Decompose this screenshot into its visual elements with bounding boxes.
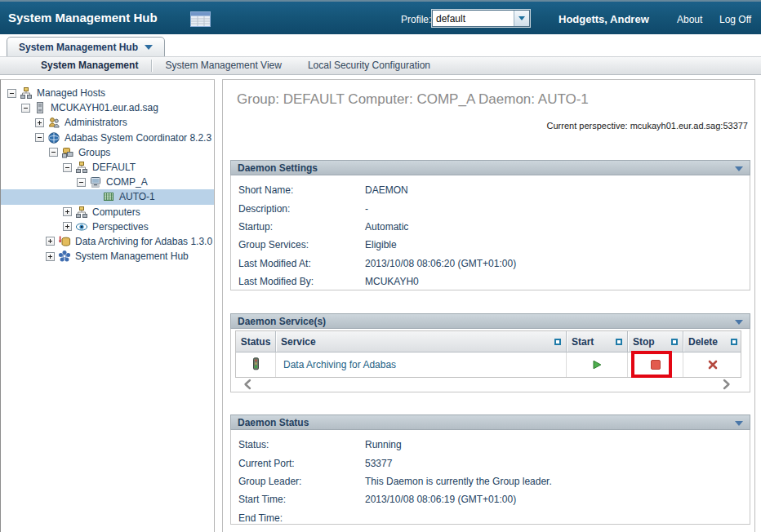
- field-value: This Daemon is currently the Group leade…: [365, 476, 552, 487]
- field-label: Description:: [238, 203, 365, 215]
- field-row: Last Modified By:MCUKAYH0: [231, 273, 750, 290]
- tab-system-management-view[interactable]: System Management View: [152, 57, 295, 74]
- collapse-section-icon[interactable]: [735, 421, 743, 426]
- collapse-toggle-icon[interactable]: [63, 163, 72, 172]
- tree-item-label: Administrators: [63, 117, 127, 128]
- tree-item-system-management-hub[interactable]: System Management Hub: [1, 249, 214, 264]
- tree-item-adabas-system-coordinator[interactable]: Adabas System Coordinator 8.2.3: [1, 131, 214, 145]
- tab-system-management[interactable]: System Management: [28, 57, 151, 74]
- archive-database-icon: [58, 235, 71, 248]
- tree-item-label: AUTO-1: [118, 191, 155, 202]
- groups-icon: [61, 146, 74, 159]
- tree-item-default-group[interactable]: DEFAULT: [1, 160, 214, 175]
- field-value: -: [365, 203, 368, 215]
- column-options-icon[interactable]: [671, 339, 678, 345]
- tab-local-security-configuration[interactable]: Local Security Configuration: [295, 57, 443, 74]
- service-status-cell: [236, 352, 275, 377]
- start-button[interactable]: [591, 359, 603, 370]
- field-value: MCUKAYH0: [365, 276, 419, 287]
- column-header-status[interactable]: Status: [236, 331, 275, 352]
- column-header-service[interactable]: Service: [275, 331, 566, 352]
- tree-item-label: DEFAULT: [91, 162, 136, 173]
- expand-toggle-icon[interactable]: [63, 222, 72, 231]
- profile-select-button[interactable]: [514, 11, 529, 26]
- field-row: Group Leader:This Daemon is currently th…: [231, 472, 750, 490]
- column-options-icon[interactable]: [731, 339, 737, 345]
- table-grid-icon: [190, 11, 211, 29]
- expand-toggle-icon[interactable]: [46, 252, 55, 261]
- expand-toggle-icon[interactable]: [35, 118, 44, 127]
- tree-item-managed-hosts[interactable]: Managed Hosts: [1, 86, 214, 100]
- tree-item-groups[interactable]: Groups: [1, 145, 214, 160]
- service-name-cell: Data Archiving for Adabas: [275, 352, 566, 377]
- field-row: Short Name:DAEMON: [231, 181, 750, 199]
- section-header: Daemon Service(s): [230, 313, 750, 329]
- about-link[interactable]: About: [677, 14, 702, 25]
- tree-item-label: Groups: [77, 147, 110, 158]
- field-value: DAEMON: [365, 184, 408, 196]
- app-dropdown-label: System Management Hub: [19, 42, 138, 53]
- network-icon: [75, 206, 88, 219]
- top-bar: System Management Hub Profile: default H…: [0, 0, 761, 34]
- expand-toggle-icon[interactable]: [63, 207, 72, 216]
- collapse-toggle-icon[interactable]: [77, 178, 86, 187]
- delete-button[interactable]: [707, 359, 719, 370]
- services-table-header: Status Service Start Stop Delete: [236, 331, 741, 352]
- section-body: Status Service Start Stop Delete Data Ar…: [230, 329, 750, 392]
- column-header-delete[interactable]: Delete: [683, 331, 742, 352]
- tree-item-label: Computers: [91, 206, 140, 218]
- column-options-icon[interactable]: [554, 339, 561, 345]
- table-pager: [235, 378, 750, 392]
- content-panel: Group: DEFAULT Computer: COMP_A Daemon: …: [222, 79, 755, 532]
- section-header: Daemon Status: [230, 415, 750, 430]
- page-title: Group: DEFAULT Computer: COMP_A Daemon: …: [237, 91, 589, 108]
- collapse-toggle-icon[interactable]: [21, 104, 30, 113]
- section-body: Status:Running Current Port:53377 Group …: [230, 430, 750, 525]
- scroll-right-icon[interactable]: [722, 379, 732, 392]
- collapse-toggle-icon[interactable]: [7, 89, 16, 98]
- section-title: Daemon Settings: [238, 162, 318, 174]
- logoff-link[interactable]: Log Off: [719, 14, 751, 25]
- tree-item-data-archiving[interactable]: Data Archiving for Adabas 1.3.0: [1, 234, 214, 249]
- scroll-left-icon[interactable]: [243, 379, 252, 392]
- field-value: 2013/10/08 08:06:20 (GMT+01:00): [365, 258, 516, 269]
- collapse-section-icon[interactable]: [735, 166, 743, 171]
- tree-item-auto-1-selected[interactable]: AUTO-1: [1, 189, 214, 204]
- server-icon: [33, 101, 47, 114]
- tree-item-comp-a[interactable]: COMP_A: [1, 175, 214, 189]
- tree-item-perspectives[interactable]: Perspectives: [1, 219, 214, 234]
- user-name: Hodgetts, Andrew: [559, 13, 649, 25]
- tree-item-label: Data Archiving for Adabas 1.3.0: [73, 236, 212, 247]
- field-value: Eligible: [365, 239, 397, 250]
- tree-item-label: Perspectives: [91, 221, 149, 233]
- profile-select[interactable]: default: [432, 10, 530, 27]
- collapse-toggle-icon[interactable]: [35, 133, 44, 142]
- section-body: Short Name:DAEMON Description:- Startup:…: [230, 175, 750, 290]
- tree-item-host[interactable]: MCUKAYH01.eur.ad.sag: [1, 100, 214, 115]
- tree-item-computers[interactable]: Computers: [1, 205, 214, 219]
- tree-item-label: MCUKAYH01.eur.ad.sag: [49, 102, 158, 113]
- tree-item-label: System Management Hub: [73, 250, 189, 262]
- collapse-section-icon[interactable]: [735, 320, 743, 325]
- field-label: Short Name:: [238, 184, 365, 196]
- annotation-highlight-stop: [631, 351, 672, 378]
- field-row: Description:-: [231, 199, 750, 217]
- column-options-icon[interactable]: [616, 339, 622, 345]
- chevron-down-icon: [145, 45, 153, 50]
- column-header-start[interactable]: Start: [566, 331, 627, 352]
- field-row: Last Modified At:2013/10/08 08:06:20 (GM…: [231, 255, 750, 273]
- app-dropdown-tab[interactable]: System Management Hub: [7, 37, 165, 57]
- tree-item-administrators[interactable]: Administrators: [1, 115, 214, 130]
- field-value: Automatic: [365, 221, 408, 233]
- collapse-toggle-icon[interactable]: [49, 148, 58, 157]
- tree-item-label: Managed Hosts: [35, 87, 105, 99]
- field-label: Current Port:: [238, 458, 365, 469]
- service-name-link[interactable]: Data Archiving for Adabas: [281, 359, 396, 370]
- field-row: Group Services:Eligible: [231, 236, 750, 254]
- section-title: Daemon Status: [238, 417, 309, 428]
- service-delete-cell: [683, 352, 742, 377]
- field-label: Startup:: [238, 221, 365, 233]
- column-header-stop[interactable]: Stop: [627, 331, 683, 352]
- field-label: End Time:: [238, 512, 365, 524]
- expand-toggle-icon[interactable]: [46, 237, 55, 246]
